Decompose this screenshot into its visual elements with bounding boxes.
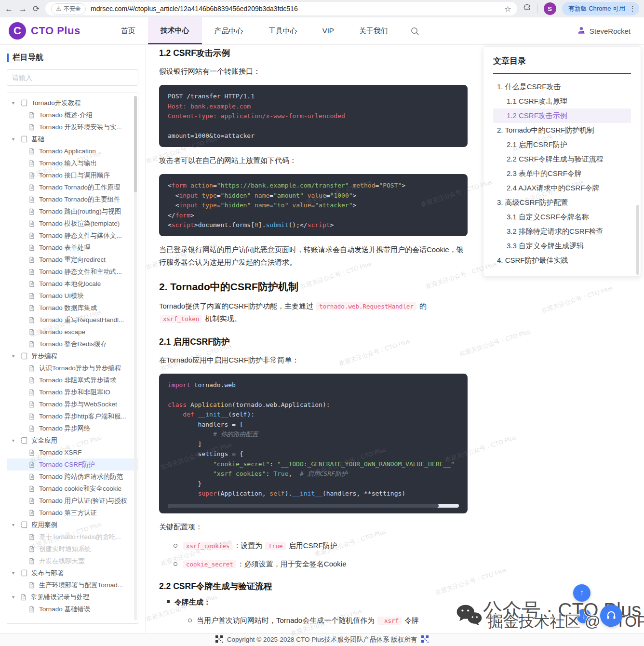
- toc-item[interactable]: 2.4 AJAX请求中的CSRF令牌: [493, 181, 631, 195]
- reload-icon[interactable]: ⟳: [33, 5, 40, 13]
- toc-item[interactable]: 1.2 CSRF攻击示例: [493, 108, 631, 123]
- toc-item[interactable]: 2. Tornado中的CSRF防护机制: [493, 123, 631, 137]
- doc-icon: [28, 220, 35, 227]
- code-hscrollbar[interactable]: [168, 504, 459, 508]
- sidebar-tree-item[interactable]: Tornado 概述·介绍: [7, 109, 138, 121]
- sidebar-tree-group[interactable]: ▾发布与部署: [7, 567, 138, 579]
- sidebar-tree-item[interactable]: Tornado 基础错误: [7, 603, 138, 615]
- toc-item[interactable]: 4. CSRF防护最佳实践: [493, 253, 631, 268]
- search-icon[interactable]: [410, 27, 419, 36]
- sidebar-tree-item[interactable]: Tornado 异步http客户端和服...: [7, 410, 138, 422]
- toc-item[interactable]: 3.3 自定义令牌生成逻辑: [493, 239, 631, 253]
- sidebar-tree-group[interactable]: ▾异步编程: [7, 350, 138, 362]
- paragraph: 攻击者可以在自己的网站上放置如下代码：: [159, 154, 468, 167]
- browser-profile-avatar[interactable]: S: [544, 2, 556, 15]
- caret-down-icon[interactable]: ▾: [12, 100, 19, 106]
- security-chip[interactable]: ⚠ 不安全: [51, 3, 86, 14]
- cto-plus-logo[interactable]: C: [9, 22, 26, 40]
- nav-item[interactable]: 产品中心: [202, 17, 256, 44]
- sidebar-tree-item[interactable]: Tornado 重定向redirect: [7, 254, 138, 266]
- nav-item[interactable]: 关于我们: [347, 17, 401, 44]
- caret-down-icon[interactable]: ▾: [12, 438, 19, 443]
- code-line: [168, 390, 459, 400]
- sidebar-tree-item[interactable]: Tornado 整合Redis缓存: [7, 338, 138, 350]
- sidebar-tree-item[interactable]: Tornado 重写RequestHandl...: [7, 314, 138, 326]
- sidebar-tree-item[interactable]: Tornado Tornado的主要组件: [7, 193, 138, 205]
- brand-name[interactable]: CTO Plus: [31, 25, 80, 37]
- sidebar-tree-item[interactable]: 开发在线聊天室: [7, 555, 138, 567]
- sidebar-tree-group[interactable]: ▾基础: [7, 133, 138, 145]
- sidebar-tree-item[interactable]: Tornado CSRF防护: [7, 458, 138, 471]
- sidebar-tree-item[interactable]: Tornado Tornado的工作原理: [7, 181, 138, 193]
- text-segment: "hidden": [221, 192, 251, 199]
- toc-item[interactable]: 2.2 CSRF令牌生成与验证流程: [493, 152, 631, 166]
- user-account[interactable]: SteveRocket: [577, 26, 631, 37]
- sidebar-tree-item[interactable]: Tornado 输入与输出: [7, 157, 138, 169]
- sidebar-tree-item[interactable]: 认识Tornado异步与异步编程: [7, 362, 138, 374]
- sidebar-tree-item[interactable]: Tornado 异步网络: [7, 422, 138, 434]
- url-bar[interactable]: ⚠ 不安全 mdrsec.com/#/ctoplus_article/12a41…: [45, 2, 517, 15]
- list-item: cookie_secret：必须设置，用于安全签名Cookie: [172, 558, 468, 570]
- caret-down-icon[interactable]: ▾: [12, 522, 19, 527]
- toc-item[interactable]: 2.1 启用CSRF防护: [493, 137, 631, 152]
- code-hscrollbar-thumb[interactable]: [168, 504, 439, 508]
- sidebar-tree-item[interactable]: Tornado escape: [7, 326, 138, 338]
- nav-item[interactable]: 工具中心: [256, 17, 310, 44]
- tree-item-label: Tornado 接口与调用顺序: [39, 171, 110, 180]
- sidebar-tree-item[interactable]: Tornado 开发环境安装与实...: [7, 121, 138, 133]
- sidebar-tree-item[interactable]: Tornado 非阻塞式异步请求: [7, 374, 138, 386]
- toc-item[interactable]: 3.1 自定义CSRF令牌名称: [493, 210, 631, 224]
- sidebar-tree-item[interactable]: Tornado cookie和安全cookie: [7, 483, 138, 495]
- sidebar-tree-item[interactable]: Tornado 跨站伪造请求的防范: [7, 471, 138, 483]
- bookmark-star-icon[interactable]: ☆: [504, 4, 511, 13]
- toc-scrollbar-thumb[interactable]: [636, 205, 639, 275]
- toc-item[interactable]: 3.2 排除特定请求的CSRF检查: [493, 224, 631, 239]
- caret-down-icon[interactable]: ▾: [12, 353, 19, 359]
- caret-down-icon[interactable]: ▾: [12, 594, 19, 600]
- sidebar-tree-item[interactable]: Tornado 接口与调用顺序: [7, 169, 138, 181]
- sidebar-tree-item[interactable]: Tornado 异步和非阻塞IO: [7, 386, 138, 398]
- code-line: super(Application, self).__init__(handle…: [168, 489, 459, 499]
- forward-icon[interactable]: →: [19, 5, 27, 13]
- sidebar-tree-item[interactable]: Tornado 静态文件与媒体文...: [7, 229, 138, 242]
- sidebar-search-input[interactable]: [7, 69, 138, 86]
- sidebar-tree-item[interactable]: Tornado UI模块: [7, 290, 138, 302]
- scroll-top-button[interactable]: ↑: [573, 584, 590, 602]
- sidebar-tree-item[interactable]: Tornado 静态文件和主动式...: [7, 266, 138, 278]
- tree-item-label: Tornado 表单处理: [39, 243, 91, 252]
- caret-down-icon[interactable]: ▾: [12, 136, 19, 142]
- tree-scrollbar-thumb[interactable]: [134, 96, 137, 192]
- sidebar-tree-item[interactable]: Tornado 第三方认证: [7, 507, 138, 519]
- caret-down-icon[interactable]: ▾: [12, 570, 19, 576]
- customer-service-button[interactable]: [600, 605, 622, 627]
- extensions-icon[interactable]: [523, 3, 532, 14]
- toc-item[interactable]: 1.1 CSRF攻击原理: [493, 94, 631, 108]
- url-text[interactable]: mdrsec.com/#/ctoplus_article/12a4146b6b8…: [91, 5, 504, 13]
- sidebar-tree-group[interactable]: ▾安全应用: [7, 434, 138, 446]
- toc-item[interactable]: 2.3 表单中的CSRF令牌: [493, 166, 631, 181]
- toc-item[interactable]: 1. 什么是CSRF攻击: [493, 80, 631, 94]
- sidebar-tree-item[interactable]: Tornado Application: [7, 145, 138, 157]
- sidebar-tree-item[interactable]: 创建实时通知系统: [7, 543, 138, 555]
- sidebar-tree-item[interactable]: Tornado 异步与WebSocket: [7, 398, 138, 410]
- nav-item[interactable]: 技术中心: [148, 17, 202, 44]
- back-icon[interactable]: ←: [5, 5, 13, 13]
- chrome-update-button[interactable]: 有新版 Chrome 可用 ⋮: [562, 2, 639, 15]
- sidebar-tree-group[interactable]: ▾Tornado开发教程: [7, 97, 138, 109]
- sidebar-tree-item[interactable]: Tornado 模板渲染(template): [7, 217, 138, 229]
- nav-item[interactable]: 首页: [108, 17, 148, 44]
- sidebar-tree-item[interactable]: Tornado 路由(routing)与视图: [7, 205, 138, 217]
- sidebar-tree-item[interactable]: Tornado 用户认证(验证)与授权: [7, 495, 138, 507]
- sidebar-tree-item[interactable]: Tornado 数据库集成: [7, 302, 138, 314]
- sidebar-tree-group[interactable]: ▾常见错误记录与处理: [7, 591, 138, 603]
- nav-item[interactable]: VIP: [310, 17, 347, 44]
- doc-icon: [20, 594, 27, 601]
- sidebar-tree-item[interactable]: 基于Tornado+Redis的贪吃...: [7, 531, 138, 543]
- browser-menu-icon[interactable]: ⋮: [629, 4, 636, 13]
- sidebar-tree-item[interactable]: Tornado XSRF: [7, 446, 138, 458]
- sidebar-tree-item[interactable]: Tornado 表单处理: [7, 242, 138, 254]
- sidebar-tree-item[interactable]: Tornado 本地化locale: [7, 278, 138, 290]
- toc-item[interactable]: 3. 高级CSRF防护配置: [493, 195, 631, 210]
- sidebar-tree-item[interactable]: 生产环境部署与配置Tornad...: [7, 579, 138, 591]
- sidebar-tree-group[interactable]: ▾应用案例: [7, 519, 138, 531]
